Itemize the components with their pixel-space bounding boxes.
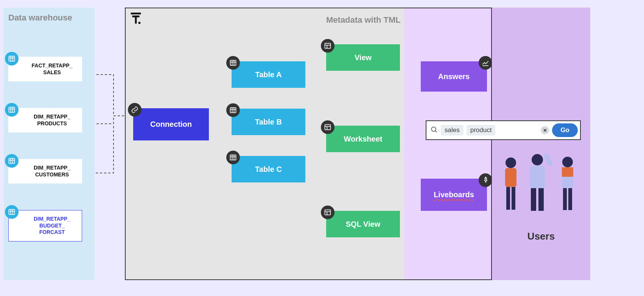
users-title: Users bbox=[492, 231, 590, 242]
tml-panel: Metadata with TML Connection Table A Tab… bbox=[125, 8, 492, 280]
node-label: Table C bbox=[255, 165, 282, 174]
warehouse-table-card: DIM_RETAPP_ CUSTOMERS bbox=[8, 159, 82, 184]
thoughtspot-logo-icon bbox=[129, 11, 143, 26]
node-label: Answers bbox=[438, 72, 470, 81]
clear-button[interactable]: ✕ bbox=[541, 126, 549, 134]
warehouse-table-name: DIM_RETAPP_ CUSTOMERS bbox=[34, 165, 70, 178]
svg-rect-35 bbox=[325, 125, 331, 129]
svg-rect-0 bbox=[9, 56, 15, 61]
table-icon bbox=[226, 103, 240, 117]
warehouse-table-card: FACT_RETAPP_ SALES bbox=[8, 57, 82, 81]
svg-rect-55 bbox=[563, 188, 567, 210]
svg-line-42 bbox=[435, 131, 437, 132]
svg-rect-48 bbox=[530, 165, 545, 188]
node-label: Liveboards bbox=[434, 190, 474, 199]
svg-rect-38 bbox=[325, 210, 331, 215]
users-illustration bbox=[498, 151, 588, 220]
svg-point-47 bbox=[532, 154, 543, 165]
node-label: Worksheet bbox=[344, 135, 383, 143]
table-c-node: Table C bbox=[232, 156, 305, 182]
table-icon bbox=[5, 205, 19, 219]
svg-rect-46 bbox=[512, 187, 515, 210]
search-chip[interactable]: product bbox=[467, 125, 496, 136]
svg-rect-8 bbox=[9, 158, 15, 163]
svg-rect-45 bbox=[506, 187, 510, 210]
node-label: Connection bbox=[150, 120, 192, 129]
svg-point-43 bbox=[506, 157, 516, 168]
go-button[interactable]: Go bbox=[552, 123, 578, 137]
svg-rect-49 bbox=[531, 188, 536, 211]
table-b-node: Table B bbox=[232, 109, 305, 135]
search-bar[interactable]: sales product ✕ Go bbox=[426, 120, 581, 140]
node-label: Table B bbox=[255, 118, 282, 126]
connection-node: Connection bbox=[133, 108, 209, 140]
table-icon bbox=[226, 151, 240, 164]
search-icon bbox=[430, 126, 438, 135]
chart-icon bbox=[479, 56, 492, 70]
sql-view-node: SQL View bbox=[326, 211, 400, 237]
svg-rect-12 bbox=[9, 209, 15, 214]
table-icon bbox=[5, 103, 19, 117]
warehouse-table-name: FACT_RETAPP_ SALES bbox=[32, 62, 73, 75]
svg-rect-32 bbox=[325, 43, 331, 48]
svg-rect-50 bbox=[538, 188, 544, 211]
svg-rect-54 bbox=[562, 177, 573, 188]
warehouse-table-card-highlighted: DIM_RETAPP_ BUDGET_ FORCAST bbox=[8, 210, 82, 241]
svg-rect-51 bbox=[543, 153, 554, 167]
table-icon bbox=[226, 56, 240, 70]
pin-icon bbox=[479, 173, 492, 187]
search-chip[interactable]: sales bbox=[441, 125, 464, 136]
svg-rect-24 bbox=[230, 107, 236, 112]
answers-node: Answers bbox=[421, 61, 487, 92]
warehouse-table-name: DIM_RETAPP_ BUDGET_ FORCAST bbox=[34, 216, 70, 235]
table-icon bbox=[5, 52, 19, 65]
data-warehouse-title: Data warehouse bbox=[8, 13, 90, 23]
svg-rect-20 bbox=[230, 60, 236, 65]
users-panel: Users bbox=[492, 8, 590, 280]
svg-rect-53 bbox=[562, 167, 573, 177]
svg-rect-44 bbox=[505, 168, 516, 187]
svg-rect-56 bbox=[568, 188, 572, 210]
link-icon bbox=[128, 103, 142, 117]
node-label: Table A bbox=[255, 70, 282, 79]
worksheet-node: Worksheet bbox=[326, 126, 400, 152]
table-a-node: Table A bbox=[232, 61, 305, 88]
layout-icon bbox=[321, 120, 334, 134]
view-node: View bbox=[326, 44, 400, 71]
layout-icon bbox=[321, 39, 334, 53]
svg-point-19 bbox=[138, 22, 141, 24]
svg-point-52 bbox=[562, 157, 573, 167]
table-icon bbox=[5, 154, 19, 168]
node-label: View bbox=[355, 53, 372, 62]
layout-icon bbox=[321, 206, 334, 219]
node-label: SQL View bbox=[346, 220, 381, 229]
tml-consumer-strip bbox=[404, 8, 491, 279]
svg-rect-28 bbox=[230, 155, 236, 160]
svg-rect-4 bbox=[9, 107, 15, 112]
tml-title: Metadata with TML bbox=[326, 15, 401, 25]
warehouse-table-card: DIM_RETAPP_ PRODUCTS bbox=[8, 108, 82, 132]
warehouse-table-name: DIM_RETAPP_ PRODUCTS bbox=[34, 114, 70, 126]
svg-point-41 bbox=[431, 127, 436, 131]
data-warehouse-panel: Data warehouse FACT_RETAPP_ SALES DIM_RE… bbox=[4, 8, 95, 280]
liveboards-node: Liveboards bbox=[421, 179, 487, 211]
